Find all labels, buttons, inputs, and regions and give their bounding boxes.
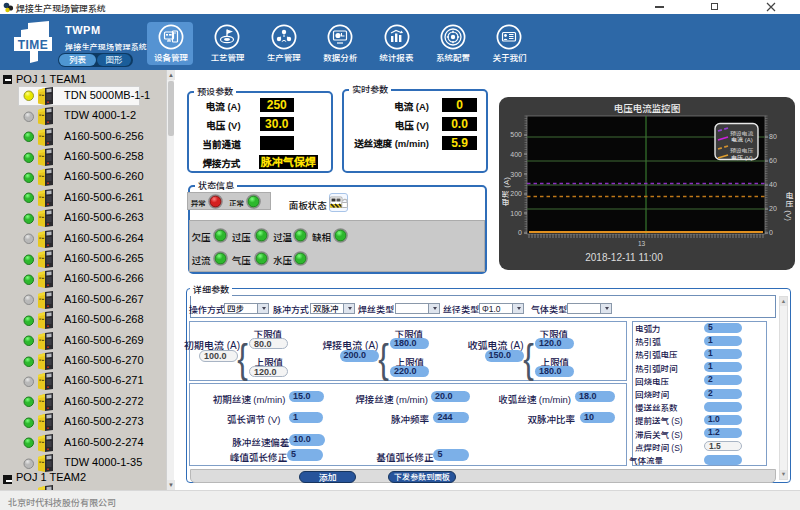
svg-text:TIME: TIME: [18, 38, 49, 52]
